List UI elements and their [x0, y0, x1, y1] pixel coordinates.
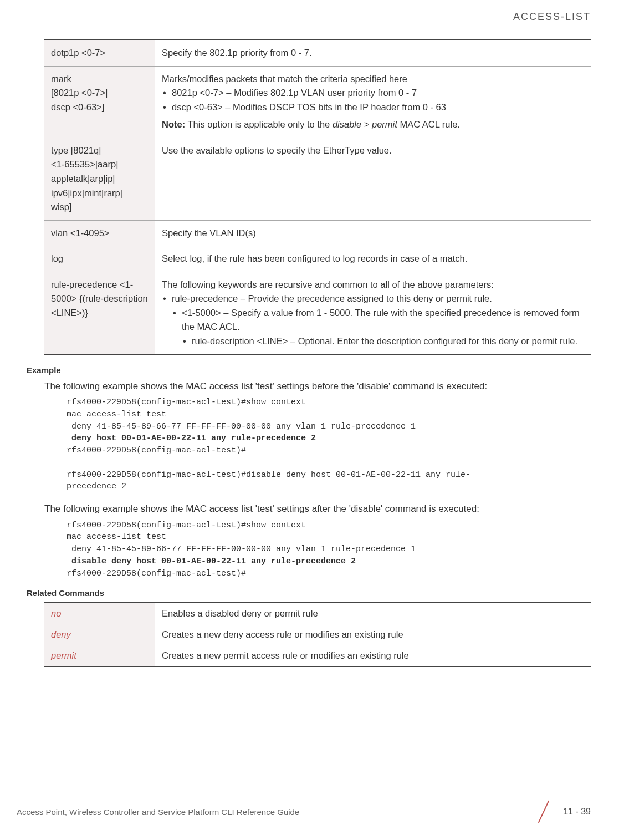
- param-desc: Specify the VLAN ID(s): [155, 220, 591, 246]
- related-cmd: permit: [44, 645, 155, 667]
- table-row: permit Creates a new permit access rule …: [44, 645, 591, 667]
- related-desc: Creates a new deny access rule or modifi…: [155, 624, 591, 645]
- table-row: vlan <1-4095> Specify the VLAN ID(s): [44, 220, 591, 246]
- related-heading: Related Commands: [27, 588, 591, 598]
- related-cmd: no: [44, 603, 155, 624]
- example-intro: The following example shows the MAC acce…: [44, 379, 591, 394]
- table-row: rule-precedence <1-5000> {(rule-descript…: [44, 272, 591, 354]
- code-line-bold: deny host 00-01-AE-00-22-11 any rule-pre…: [67, 434, 316, 443]
- related-desc: Enables a disabled deny or permit rule: [155, 603, 591, 624]
- note-post: MAC ACL rule.: [397, 119, 460, 129]
- table-row: deny Creates a new deny access rule or m…: [44, 624, 591, 645]
- bullet-item: rule-precedence – Provide the precedence…: [162, 292, 584, 306]
- code-block: rfs4000-229D58(config-mac-acl-test)#show…: [67, 520, 591, 580]
- bullet-item: dscp <0-63> – Modifies DSCP TOS bits in …: [162, 100, 584, 115]
- example-intro: The following example shows the MAC acce…: [44, 502, 591, 516]
- parameters-table: dotp1p <0-7> Specify the 802.1p priority…: [44, 39, 591, 355]
- slash-icon: [532, 800, 555, 823]
- bullet-item: <1-5000> – Specify a value from 1 - 5000…: [172, 306, 584, 334]
- related-cmd: deny: [44, 624, 155, 645]
- param-name: dotp1p <0-7>: [44, 40, 155, 66]
- page-header: ACCESS-LIST: [0, 0, 624, 28]
- example-heading: Example: [27, 365, 591, 375]
- code-line-bold: disable deny host 00-01-AE-00-22-11 any …: [67, 557, 356, 566]
- code-line: rfs4000-229D58(config-mac-acl-test)#show…: [67, 398, 306, 407]
- bullet-item: 8021p <0-7> – Modifies 802.1p VLAN user …: [162, 86, 584, 100]
- code-line: rfs4000-229D58(config-mac-acl-test)#show…: [67, 521, 306, 530]
- note-label: Note:: [162, 119, 185, 129]
- table-row: log Select log, if the rule has been con…: [44, 246, 591, 272]
- header-title: ACCESS-LIST: [513, 11, 591, 22]
- param-name: vlan <1-4095>: [44, 220, 155, 246]
- note-pre: This option is applicable only to the: [185, 119, 333, 129]
- param-desc: Use the available options to specify the…: [155, 138, 591, 220]
- table-row: no Enables a disabled deny or permit rul…: [44, 603, 591, 624]
- param-desc: Select log, if the rule has been configu…: [155, 246, 591, 272]
- table-row: dotp1p <0-7> Specify the 802.1p priority…: [44, 40, 591, 66]
- page-footer: Access Point, Wireless Controller and Se…: [0, 800, 624, 823]
- main-content: dotp1p <0-7> Specify the 802.1p priority…: [0, 28, 624, 667]
- bullets-list: rule-precedence – Provide the precedence…: [162, 292, 584, 306]
- code-line: deny 41-85-45-89-66-77 FF-FF-FF-00-00-00…: [67, 422, 416, 431]
- footer-right: 11 - 39: [532, 800, 591, 823]
- param-desc: The following keywords are recursive and…: [155, 272, 591, 354]
- desc-lead: Marks/modifies packets that match the cr…: [162, 72, 584, 86]
- note-italic: disable > permit: [333, 119, 397, 129]
- bullet-item: rule-description <LINE> – Optional. Ente…: [182, 334, 584, 349]
- code-line: rfs4000-229D58(config-mac-acl-test)#disa…: [67, 470, 470, 480]
- bullets-list-inner2: rule-description <LINE> – Optional. Ente…: [162, 334, 584, 349]
- code-line: deny 41-85-45-89-66-77 FF-FF-FF-00-00-00…: [67, 544, 416, 554]
- bullets-list: 8021p <0-7> – Modifies 802.1p VLAN user …: [162, 86, 584, 114]
- param-desc: Marks/modifies packets that match the cr…: [155, 66, 591, 138]
- code-line: mac access-list test: [67, 410, 166, 419]
- bullets-list-inner: <1-5000> – Specify a value from 1 - 5000…: [162, 306, 584, 334]
- code-line: rfs4000-229D58(config-mac-acl-test)#: [67, 446, 246, 455]
- param-name: mark [8021p <0-7>| dscp <0-63>]: [44, 66, 155, 138]
- code-block: rfs4000-229D58(config-mac-acl-test)#show…: [67, 396, 591, 493]
- related-commands-table: no Enables a disabled deny or permit rul…: [44, 602, 591, 667]
- table-row: type [8021q| <1-65535>|aarp| appletalk|a…: [44, 138, 591, 220]
- desc-lead: The following keywords are recursive and…: [162, 278, 584, 292]
- page-number: 11 - 39: [563, 807, 591, 817]
- param-desc: Specify the 802.1p priority from 0 - 7.: [155, 40, 591, 66]
- related-desc: Creates a new permit access rule or modi…: [155, 645, 591, 667]
- footer-text: Access Point, Wireless Controller and Se…: [17, 807, 299, 817]
- note-line: Note: This option is applicable only to …: [162, 118, 584, 132]
- table-row: mark [8021p <0-7>| dscp <0-63>] Marks/mo…: [44, 66, 591, 138]
- param-name: rule-precedence <1-5000> {(rule-descript…: [44, 272, 155, 354]
- code-line: rfs4000-229D58(config-mac-acl-test)#: [67, 569, 246, 578]
- code-line: precedence 2: [67, 482, 126, 491]
- code-line: mac access-list test: [67, 532, 166, 542]
- param-name: type [8021q| <1-65535>|aarp| appletalk|a…: [44, 138, 155, 220]
- param-name: log: [44, 246, 155, 272]
